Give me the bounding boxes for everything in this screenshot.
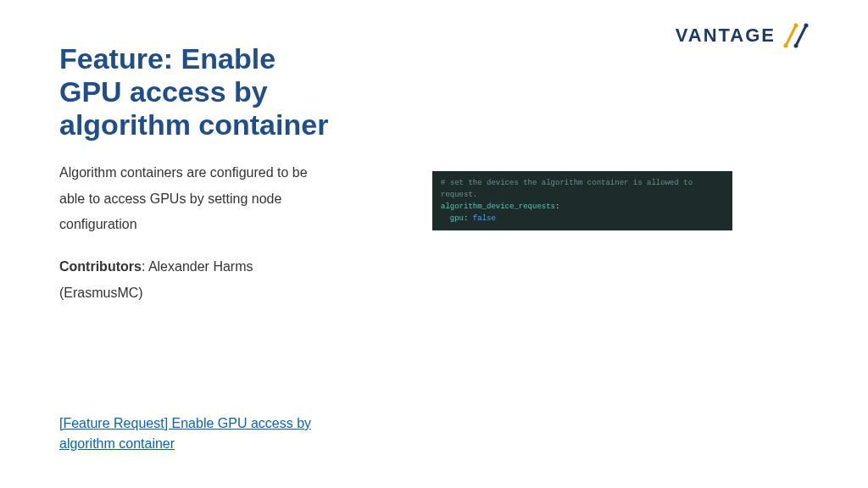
contributors-label: Contributors [59, 259, 142, 274]
code-colon: : [464, 214, 473, 223]
svg-point-1 [794, 24, 798, 28]
logo-text: VANTAGE [676, 25, 776, 47]
description-text: Algorithm containers are configured to b… [59, 160, 331, 237]
slide: VANTAGE Feature: Enable GPU access by al… [0, 0, 868, 488]
contributors-text: Contributors: Alexander Harms (ErasmusMC… [59, 254, 331, 306]
feature-request-link[interactable]: [Feature Request] Enable GPU access by a… [59, 416, 311, 451]
svg-point-2 [794, 44, 798, 48]
code-key-2: gpu [450, 214, 464, 223]
brand-logo: VANTAGE [676, 19, 813, 53]
code-snippet: # set the devices the algorithm containe… [432, 171, 732, 230]
code-comment: # set the devices the algorithm containe… [441, 179, 693, 199]
code-colon: : [555, 202, 559, 211]
code-value: false [473, 214, 496, 223]
footer-link-area: [Feature Request] Enable GPU access by a… [59, 413, 331, 454]
svg-point-3 [804, 24, 809, 28]
svg-point-0 [784, 44, 788, 48]
vantage-icon [779, 19, 813, 53]
page-title: Feature: Enable GPU access by algorithm … [59, 42, 339, 141]
code-key-1: algorithm_device_requests [441, 202, 555, 211]
